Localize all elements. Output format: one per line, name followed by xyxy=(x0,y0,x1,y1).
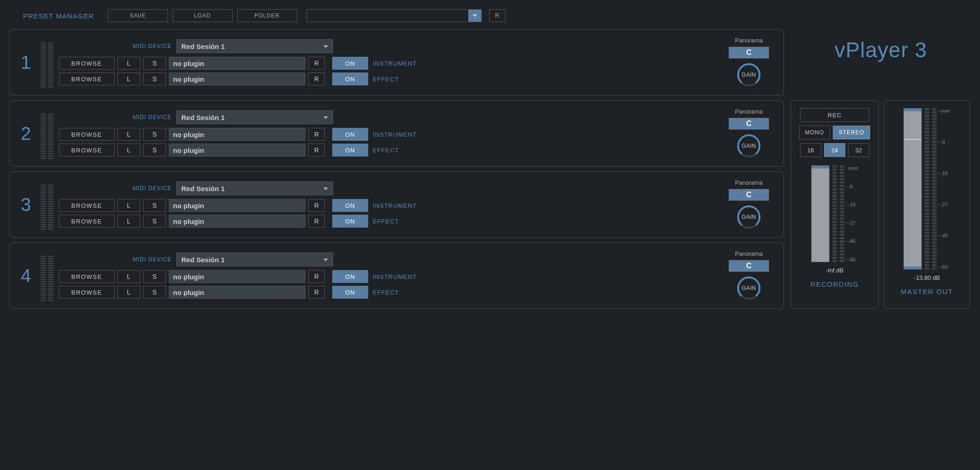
dropdown-arrow-icon xyxy=(323,256,328,264)
bit-16-button[interactable]: 16 xyxy=(800,143,821,157)
effect-on-button[interactable]: ON xyxy=(332,144,368,157)
midi-device-label: MIDI DEVICE xyxy=(130,114,172,121)
save-instrument-button[interactable]: S xyxy=(143,128,166,141)
load-effect-button[interactable]: L xyxy=(117,215,140,228)
browse-effect-button[interactable]: BROWSE xyxy=(59,286,114,299)
scale-tick: -18 xyxy=(848,202,858,207)
mono-button[interactable]: MONO xyxy=(799,126,830,139)
rec-button[interactable]: REC xyxy=(800,108,869,122)
gain-label: GAIN xyxy=(741,214,756,220)
instrument-plugin-field[interactable]: no plugin xyxy=(169,128,305,141)
effect-r-button[interactable]: R xyxy=(308,286,325,299)
effect-plugin-field[interactable]: no plugin xyxy=(169,286,305,299)
browse-instrument-button[interactable]: BROWSE xyxy=(59,128,114,141)
browse-instrument-button[interactable]: BROWSE xyxy=(59,199,114,212)
instrument-r-button[interactable]: R xyxy=(308,199,325,212)
save-instrument-button[interactable]: S xyxy=(143,199,166,212)
recording-db: -Inf dB xyxy=(826,267,843,274)
folder-button[interactable]: FOLDER xyxy=(237,9,297,22)
browse-effect-button[interactable]: BROWSE xyxy=(59,144,114,157)
load-effect-button[interactable]: L xyxy=(117,144,140,157)
panorama-value[interactable]: C xyxy=(729,260,769,272)
instrument-on-button[interactable]: ON xyxy=(332,270,368,283)
effect-plugin-field[interactable]: no plugin xyxy=(169,144,305,157)
effect-on-button[interactable]: ON xyxy=(332,215,368,228)
preset-r-button[interactable]: R xyxy=(489,9,506,22)
load-instrument-button[interactable]: L xyxy=(117,57,140,70)
dropdown-arrow-icon xyxy=(468,10,481,22)
instrument-r-button[interactable]: R xyxy=(308,128,325,141)
save-effect-button[interactable]: S xyxy=(143,215,166,228)
effect-r-button[interactable]: R xyxy=(308,215,325,228)
bit-24-button[interactable]: 24 xyxy=(824,143,845,157)
effect-plugin-field[interactable]: no plugin xyxy=(169,72,305,85)
bit-32-button[interactable]: 32 xyxy=(848,143,869,157)
load-button[interactable]: LOAD xyxy=(173,9,233,22)
browse-instrument-button[interactable]: BROWSE xyxy=(59,270,114,283)
instrument-on-button[interactable]: ON xyxy=(332,128,368,141)
effect-r-button[interactable]: R xyxy=(308,144,325,157)
load-instrument-button[interactable]: L xyxy=(117,199,140,212)
instrument-r-button[interactable]: R xyxy=(308,270,325,283)
browse-effect-button[interactable]: BROWSE xyxy=(59,215,114,228)
load-effect-button[interactable]: L xyxy=(117,286,140,299)
instrument-on-button[interactable]: ON xyxy=(332,57,368,70)
midi-device-select[interactable]: Red Sesión 1 xyxy=(176,253,333,266)
dropdown-arrow-icon xyxy=(323,185,328,193)
load-instrument-button[interactable]: L xyxy=(117,270,140,283)
preset-manager-bar: PRESET MANAGER SAVE LOAD FOLDER R xyxy=(23,9,966,22)
save-instrument-button[interactable]: S xyxy=(143,270,166,283)
scale-tick: -9 xyxy=(940,139,950,145)
effect-r-button[interactable]: R xyxy=(308,72,325,85)
save-effect-button[interactable]: S xyxy=(143,72,166,85)
panorama-value[interactable]: C xyxy=(729,189,769,201)
instrument-on-button[interactable]: ON xyxy=(332,199,368,212)
save-instrument-button[interactable]: S xyxy=(143,57,166,70)
gain-label: GAIN xyxy=(741,143,756,149)
effect-label: EFFECT xyxy=(373,76,418,83)
scale-tick: -9 xyxy=(848,184,858,189)
instrument-label: INSTRUMENT xyxy=(373,273,418,280)
instrument-plugin-field[interactable]: no plugin xyxy=(169,270,305,283)
browse-effect-button[interactable]: BROWSE xyxy=(59,72,114,85)
stereo-button[interactable]: STEREO xyxy=(833,126,870,139)
effect-plugin-field[interactable]: no plugin xyxy=(169,215,305,228)
channel-number: 4 xyxy=(17,265,35,286)
instrument-plugin-field[interactable]: no plugin xyxy=(169,199,305,212)
effect-on-button[interactable]: ON xyxy=(332,72,368,85)
load-effect-button[interactable]: L xyxy=(117,72,140,85)
save-button[interactable]: SAVE xyxy=(108,9,168,22)
master-db: -13.80 dB xyxy=(914,274,940,281)
midi-device-select[interactable]: Red Sesión 1 xyxy=(176,110,333,124)
gain-knob[interactable]: GAIN xyxy=(735,275,762,301)
app-logo: vPlayer 3 xyxy=(791,29,971,96)
scale-tick: over xyxy=(940,108,950,114)
recording-section: REC MONO STEREO 162432 over-9-18-27-45-6… xyxy=(791,100,878,309)
gain-label: GAIN xyxy=(741,285,756,291)
instrument-label: INSTRUMENT xyxy=(373,202,418,209)
master-seg-meter-r xyxy=(932,108,937,270)
gain-label: GAIN xyxy=(741,72,756,78)
panorama-value[interactable]: C xyxy=(729,118,769,130)
instrument-plugin-field[interactable]: no plugin xyxy=(169,57,305,70)
save-effect-button[interactable]: S xyxy=(143,144,166,157)
save-effect-button[interactable]: S xyxy=(143,286,166,299)
load-instrument-button[interactable]: L xyxy=(117,128,140,141)
instrument-r-button[interactable]: R xyxy=(308,57,325,70)
gain-knob[interactable]: GAIN xyxy=(735,133,762,159)
panorama-value[interactable]: C xyxy=(729,47,769,59)
panorama-label: Panorama xyxy=(735,179,763,186)
preset-select[interactable] xyxy=(306,9,482,22)
recording-title: RECORDING xyxy=(810,280,859,288)
scale-tick: -60 xyxy=(848,257,858,262)
midi-device-select[interactable]: Red Sesión 1 xyxy=(176,181,333,195)
channel-number: 3 xyxy=(17,194,35,215)
recording-meter xyxy=(811,165,830,262)
effect-on-button[interactable]: ON xyxy=(332,286,368,299)
preset-manager-label: PRESET MANAGER xyxy=(23,12,94,20)
midi-device-select[interactable]: Red Sesión 1 xyxy=(176,39,333,53)
gain-knob[interactable]: GAIN xyxy=(735,204,762,230)
gain-knob[interactable]: GAIN xyxy=(735,61,762,88)
scale-tick: -45 xyxy=(848,238,858,244)
browse-instrument-button[interactable]: BROWSE xyxy=(59,57,114,70)
